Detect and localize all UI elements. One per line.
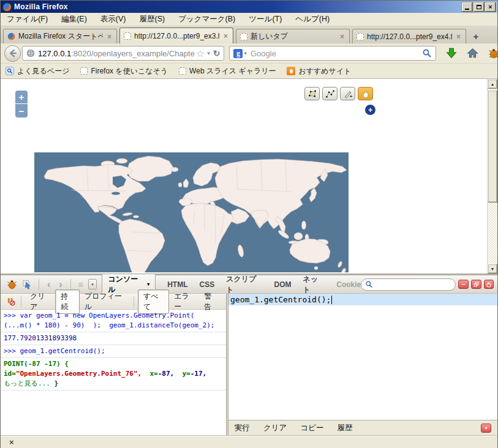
world-map[interactable] — [34, 152, 349, 272]
firebug-tab-css[interactable]: CSS — [200, 280, 215, 289]
firebug-tab-cookie[interactable]: Cookie — [336, 280, 361, 289]
close-button[interactable]: × — [485, 2, 496, 12]
addon-bar-close-icon[interactable]: × — [9, 438, 14, 447]
engine-dropdown-icon[interactable]: ▾ — [244, 50, 247, 56]
firebug-tab-script[interactable]: スクリプト — [226, 274, 262, 295]
firebug-detach-button[interactable] — [471, 280, 481, 289]
tab-label: Mozilla Firefox スタートページ — [18, 31, 103, 42]
menu-history[interactable]: 履歴(S) — [139, 14, 165, 24]
tab-close-icon[interactable]: × — [339, 32, 345, 41]
tab-start-page[interactable]: Mozilla Firefox スタートページ × — [3, 29, 117, 43]
page-placeholder-icon — [357, 33, 364, 40]
magnifier-folder-icon — [6, 67, 14, 75]
svg-text:+: + — [349, 94, 352, 99]
console-prev-icon[interactable]: ‹ — [43, 279, 55, 290]
firebug-tab-net[interactable]: ネット — [303, 274, 325, 295]
run-button[interactable]: 実行 — [235, 423, 250, 433]
scrollbar-thumb[interactable] — [488, 90, 497, 203]
download-button[interactable] — [446, 48, 457, 59]
tab-close-icon[interactable]: × — [106, 32, 113, 41]
pan-hand-tool[interactable] — [358, 87, 373, 100]
new-tab-button[interactable]: + — [469, 29, 483, 43]
firebug-minimize-button[interactable]: − — [458, 280, 469, 289]
menu-tools[interactable]: ツール(T) — [249, 14, 282, 24]
text-cursor — [331, 296, 332, 304]
zoom-in-button[interactable]: + — [15, 91, 28, 104]
console-object-result[interactable]: POINT(-87 -17) {id="OpenLayers.Geometry.… — [1, 358, 226, 390]
draw-polygon-tool[interactable] — [304, 87, 320, 100]
tab-bar: Mozilla Firefox スタートページ × http://127.0.0… — [1, 26, 497, 43]
bookmark-getting-started[interactable]: Firefox を使いこなそう — [80, 66, 168, 77]
command-editor[interactable]: geom_1.getCentroid(); — [228, 294, 497, 420]
console-log-area: >>> var geom_1 = new OpenLayers.Geometry… — [1, 310, 226, 435]
layer-switcher-button[interactable]: + — [365, 105, 375, 115]
search-magnifier-icon[interactable] — [422, 48, 432, 58]
back-button[interactable] — [4, 45, 21, 62]
command-button-bar: 実行 クリア コピー 履歴 ▾ — [228, 420, 497, 435]
show-more-link[interactable]: もっと見る... — [4, 379, 50, 387]
bookmark-label: おすすめサイト — [298, 66, 351, 77]
menu-help[interactable]: ヘルプ(H) — [295, 14, 330, 24]
page-placeholder-icon — [80, 67, 88, 75]
firefox-logo-icon — [2, 2, 12, 12]
console-next-icon[interactable]: › — [55, 279, 66, 290]
tab-ex3-active[interactable]: http://127.0.0...pter9_ex3.html × — [119, 28, 233, 43]
collapse-editor-button[interactable]: ▾ — [481, 424, 491, 433]
bookmark-star-icon[interactable]: ☆ — [196, 48, 205, 59]
console-panel: クリア 持続 プロフィール すべて エラー 警告 >>> var geom_1 … — [1, 294, 226, 435]
bookmarks-bar: よく見るページ Firefox を使いこなそう Web スライス ギャラリー お… — [1, 64, 497, 79]
scroll-up-icon[interactable]: ▲ — [488, 79, 497, 89]
maximize-button[interactable] — [473, 2, 484, 12]
firebug-tab-dom[interactable]: DOM — [274, 280, 292, 289]
firefox-window: Mozilla Firefox × ファイル(F) 編集(E) 表示(V) 履歴… — [0, 0, 498, 448]
title-bar[interactable]: Mozilla Firefox × — [1, 1, 497, 13]
page-scrollbar[interactable]: ▲ ▼ — [487, 79, 497, 274]
firebug-panel: ‹ › ≡ ▾ コンソール ▾ HTML CSS スクリプト DOM ネット C… — [1, 274, 497, 435]
copy-button[interactable]: コピー — [300, 423, 323, 433]
map-zoom-control: + − — [15, 91, 28, 118]
menu-bookmarks[interactable]: ブックマーク(B) — [178, 14, 235, 24]
menu-bar: ファイル(F) 編集(E) 表示(V) 履歴(S) ブックマーク(B) ツール(… — [1, 13, 497, 26]
firebug-search-input[interactable] — [375, 281, 443, 288]
search-bar[interactable]: g ▾ Google — [229, 46, 436, 61]
break-on-errors-icon[interactable] — [4, 297, 17, 306]
minimize-button[interactable] — [462, 2, 472, 12]
firebug-button[interactable] — [488, 48, 498, 59]
bookmark-suggested-sites[interactable]: おすすめサイト — [287, 66, 351, 77]
command-text: geom_1.getCentroid(); — [230, 295, 331, 304]
menu-file[interactable]: ファイル(F) — [7, 14, 48, 24]
bookmark-web-slice[interactable]: Web スライス ギャラリー — [179, 66, 276, 77]
command-editor-active-line[interactable]: geom_1.getCentroid(); — [228, 294, 497, 305]
url-bar[interactable]: 127.0.0.1 :8020/openlayers_example/Chapt… — [22, 46, 224, 61]
history-button[interactable]: 履歴 — [337, 423, 352, 433]
options-menu-icon[interactable]: ≡ — [75, 280, 87, 289]
url-host: 127.0.0.1 — [38, 49, 71, 58]
console-result-number: 177.79201331893398 — [1, 332, 226, 345]
tab-close-icon[interactable]: × — [455, 32, 462, 41]
google-engine-icon: g — [233, 49, 243, 58]
clear-button[interactable]: クリア — [263, 423, 287, 433]
panel-dropdown-button[interactable]: ▾ — [88, 279, 97, 289]
tab-new-tab[interactable]: 新しいタブ × — [236, 29, 350, 43]
draw-line-tool[interactable] — [322, 87, 338, 100]
firebug-tab-html[interactable]: HTML — [167, 280, 187, 289]
scroll-down-icon[interactable]: ▼ — [488, 264, 497, 274]
firebug-close-button[interactable] — [484, 280, 494, 289]
tab-close-icon[interactable]: × — [222, 32, 229, 40]
console-input-row: >>> geom_1.getCentroid(); — [1, 345, 226, 358]
console-tab-caret-icon: ▾ — [147, 282, 149, 287]
addon-bar: × — [1, 435, 497, 448]
inspect-element-icon[interactable] — [20, 280, 35, 289]
home-button[interactable] — [467, 48, 478, 59]
firebug-menu-icon[interactable] — [4, 280, 20, 289]
draw-point-tool[interactable]: + — [340, 87, 355, 100]
bookmark-most-visited[interactable]: よく見るページ — [6, 66, 69, 77]
menu-view[interactable]: 表示(V) — [100, 14, 126, 24]
url-dropdown-icon[interactable]: ▾ — [207, 50, 210, 56]
menu-edit[interactable]: 編集(E) — [61, 14, 87, 24]
tab-ex4[interactable]: http://127.0.0...pter9_ex4.html × — [352, 29, 466, 43]
reload-icon[interactable]: ↻ — [213, 48, 221, 58]
point-object-link[interactable]: POINT(-87 -17) { — [4, 360, 69, 368]
firebug-search-box[interactable] — [361, 278, 456, 291]
zoom-out-button[interactable]: − — [15, 104, 28, 118]
